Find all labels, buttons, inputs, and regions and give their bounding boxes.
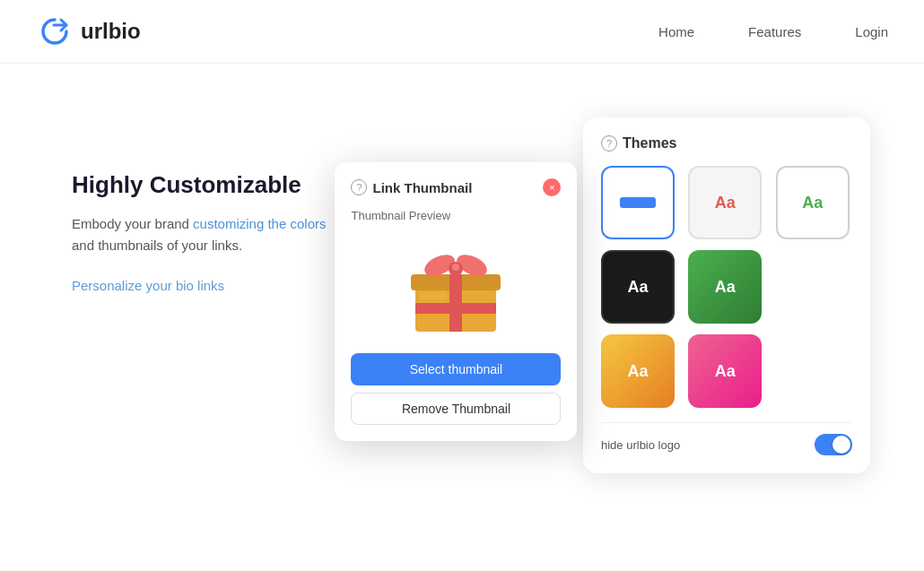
- themes-help-icon[interactable]: ?: [601, 135, 617, 151]
- logo-text: urlbio: [81, 19, 141, 44]
- personalize-link[interactable]: Personalize your bio links: [72, 278, 224, 293]
- theme-3-aa: Aa: [802, 194, 823, 212]
- page-title: Highly Customizable: [72, 171, 326, 199]
- themes-title: Themes: [623, 135, 676, 151]
- nav-home[interactable]: Home: [658, 24, 694, 39]
- thumbnail-modal: ? Link Thumbnail × Thumbnail Preview: [335, 162, 577, 441]
- hide-logo-label: hide urlbio logo: [601, 438, 680, 452]
- nav-login[interactable]: Login: [855, 24, 888, 39]
- main-content: Highly Customizable Embody your brand cu…: [0, 64, 924, 566]
- nav-features[interactable]: Features: [748, 24, 801, 39]
- toggle-knob: [832, 436, 850, 454]
- header: urlbio Home Features Login: [0, 0, 924, 64]
- logo: urlbio: [36, 13, 141, 50]
- hide-logo-row: hide urlbio logo: [601, 422, 852, 455]
- select-thumbnail-button[interactable]: Select thumbnail: [351, 353, 561, 385]
- theme-item-3[interactable]: Aa: [776, 166, 850, 239]
- svg-rect-4: [449, 274, 462, 290]
- theme-item-4[interactable]: Aa: [601, 250, 675, 324]
- gift-box-image: [402, 231, 510, 339]
- preview-label: Thumbnail Preview: [351, 209, 561, 222]
- theme-item-2[interactable]: Aa: [688, 166, 762, 239]
- themes-header: ? Themes: [601, 135, 852, 151]
- main-nav: Home Features Login: [658, 24, 888, 39]
- svg-rect-6: [415, 303, 496, 314]
- remove-thumbnail-button[interactable]: Remove Thumbnail: [351, 393, 561, 425]
- theme-6-aa: Aa: [627, 362, 648, 381]
- themes-grid: Aa Aa Aa Aa Aa: [601, 166, 852, 408]
- left-section: Highly Customizable Embody your brand cu…: [72, 117, 326, 530]
- theme-item-5[interactable]: Aa: [688, 250, 762, 324]
- theme-4-aa: Aa: [627, 278, 648, 297]
- theme-item-6[interactable]: Aa: [601, 334, 675, 408]
- svg-rect-11: [420, 292, 447, 299]
- hero-description: Embody your brand customizing the colors…: [72, 213, 326, 256]
- theme-1-bar: [620, 197, 656, 208]
- theme-item-7[interactable]: Aa: [688, 334, 762, 408]
- thumbnail-image-area: [351, 231, 561, 339]
- modal-header: ? Link Thumbnail ×: [351, 178, 561, 196]
- theme-5-aa: Aa: [715, 278, 736, 297]
- modal-title: Link Thumbnail: [372, 180, 472, 195]
- modal-help-icon[interactable]: ?: [351, 179, 367, 195]
- logo-icon: [36, 13, 74, 50]
- theme-item-1[interactable]: [601, 166, 675, 239]
- themes-panel: ? Themes Aa Aa Aa: [583, 117, 870, 473]
- svg-point-10: [452, 264, 459, 271]
- hide-logo-toggle[interactable]: [815, 434, 852, 455]
- modal-title-area: ? Link Thumbnail: [351, 179, 472, 195]
- modal-close-button[interactable]: ×: [543, 178, 561, 196]
- right-section: ? Link Thumbnail × Thumbnail Preview: [326, 117, 888, 530]
- theme-2-aa: Aa: [715, 194, 736, 212]
- theme-7-aa: Aa: [715, 362, 736, 381]
